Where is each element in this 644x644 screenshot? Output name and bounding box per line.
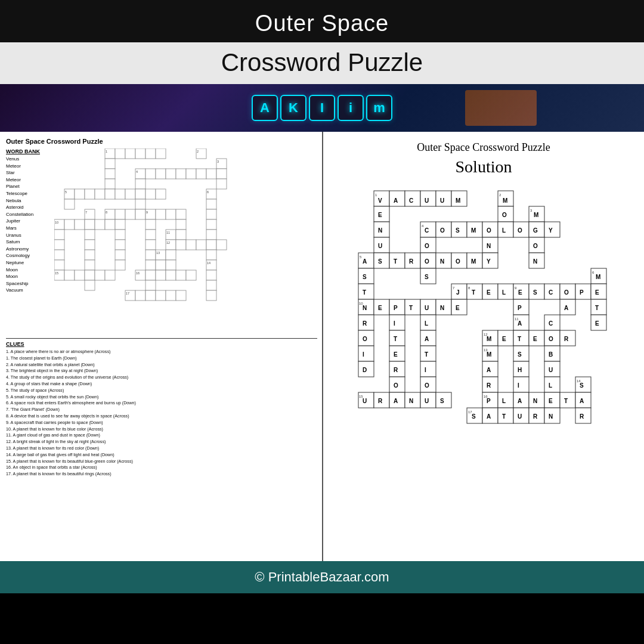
word-19: Spaceship — [6, 280, 51, 287]
svg-text:O: O — [502, 212, 507, 218]
svg-rect-302 — [420, 361, 436, 377]
svg-text:15: 15 — [55, 271, 58, 275]
solution-grid-svg: .sc { } .sl { font-size: 10px; font-fami… — [352, 185, 615, 477]
svg-text:M: M — [487, 336, 491, 342]
svg-text:11: 11 — [166, 231, 170, 234]
svg-rect-75 — [85, 240, 95, 250]
clue-1d: 1. The closest planet to Earth (Down) — [6, 355, 317, 362]
svg-text:O: O — [363, 336, 367, 342]
svg-text:O: O — [533, 243, 538, 249]
svg-rect-104 — [75, 270, 85, 280]
svg-text:O: O — [425, 243, 429, 249]
svg-rect-62 — [115, 219, 125, 230]
subtitle-text: Crossword Puzzle — [221, 48, 423, 76]
svg-text:T: T — [425, 351, 428, 358]
svg-text:R: R — [533, 413, 538, 420]
svg-text:M: M — [456, 197, 460, 204]
svg-rect-72 — [176, 230, 186, 240]
svg-text:I: I — [394, 320, 395, 327]
svg-text:A: A — [487, 367, 491, 373]
svg-text:A: A — [564, 305, 568, 311]
svg-text:E: E — [502, 336, 506, 342]
svg-rect-77 — [145, 240, 156, 250]
svg-text:T: T — [518, 336, 521, 342]
key-i2: i — [338, 95, 364, 121]
svg-text:S: S — [518, 351, 522, 358]
svg-text:O: O — [487, 227, 491, 234]
svg-text:A: A — [518, 320, 522, 327]
svg-rect-122 — [145, 290, 156, 301]
svg-rect-82 — [196, 240, 206, 250]
clue-9: 9. A spacecraft that carries people to s… — [6, 420, 317, 426]
clue-5d: 5. A small rocky object that orbits the … — [6, 394, 317, 401]
svg-text:13: 13 — [156, 251, 160, 255]
svg-rect-17 — [166, 169, 176, 179]
word-17: Moon — [6, 267, 51, 274]
svg-rect-58 — [75, 219, 85, 230]
svg-rect-117 — [145, 280, 156, 290]
word-bank-column: WORD BANK Venus Meteor Star Meteor Plane… — [6, 148, 51, 333]
word-6: Telescope — [6, 190, 51, 197]
svg-rect-51 — [156, 209, 166, 219]
clue-14: 14. A large ball of gas that gives off l… — [6, 452, 317, 459]
svg-rect-316 — [513, 377, 529, 392]
svg-text:N: N — [409, 398, 413, 404]
key-i: I — [309, 95, 335, 121]
word-13: Saturn — [6, 239, 51, 246]
svg-text:A: A — [425, 336, 429, 342]
svg-text:U: U — [425, 197, 429, 204]
svg-text:A: A — [363, 258, 367, 265]
word-12: Uranus — [6, 232, 51, 239]
svg-text:T: T — [564, 398, 568, 404]
svg-text:E: E — [394, 351, 398, 358]
svg-rect-94 — [85, 260, 95, 270]
svg-text:A: A — [487, 413, 491, 420]
clue-7: 7. 'The Giant Planet' (Down) — [6, 407, 317, 413]
svg-text:M: M — [503, 197, 507, 204]
svg-text:Y: Y — [487, 258, 491, 265]
svg-text:R: R — [487, 382, 491, 389]
svg-text:O: O — [425, 382, 429, 389]
svg-text:O: O — [456, 258, 460, 265]
svg-rect-81 — [186, 240, 196, 250]
svg-rect-76 — [115, 240, 125, 250]
svg-rect-25 — [216, 179, 227, 189]
svg-text:O: O — [440, 227, 445, 234]
svg-text:U: U — [518, 413, 522, 420]
svg-rect-126 — [206, 290, 216, 301]
svg-rect-93 — [54, 260, 64, 270]
svg-rect-19 — [186, 169, 196, 179]
svg-text:P: P — [394, 305, 398, 311]
svg-rect-111 — [156, 270, 166, 280]
solution-sheet: Outer Space Crossword Puzzle Solution .s… — [323, 132, 644, 561]
crossword-svg: 1 2 3 — [54, 148, 239, 333]
key-a: A — [252, 95, 278, 121]
svg-text:L: L — [502, 289, 506, 296]
svg-text:E: E — [456, 305, 460, 311]
svg-rect-105 — [85, 270, 95, 280]
svg-rect-125 — [176, 290, 186, 301]
keyboard-decoration: A K I i m — [252, 95, 392, 121]
svg-text:E: E — [533, 336, 537, 342]
svg-rect-3 — [125, 148, 135, 159]
svg-text:S: S — [456, 227, 460, 234]
svg-rect-113 — [176, 270, 186, 280]
svg-text:I: I — [518, 382, 519, 389]
svg-rect-255 — [389, 315, 405, 330]
clues-label: CLUES — [6, 341, 317, 347]
clue-8: 8. A device that is used to see far away… — [6, 413, 317, 420]
svg-text:P: P — [518, 305, 522, 311]
svg-text:T: T — [409, 305, 413, 311]
svg-rect-92 — [206, 250, 216, 260]
main-content: Outer Space Crossword Puzzle WORD BANK V… — [0, 132, 644, 561]
svg-text:U: U — [378, 243, 382, 249]
hero-area: A K I i m — [0, 84, 644, 132]
svg-text:E: E — [518, 289, 522, 296]
svg-text:17: 17 — [126, 292, 129, 295]
svg-rect-54 — [206, 209, 216, 219]
svg-rect-29 — [85, 189, 95, 199]
svg-text:A: A — [518, 398, 522, 404]
svg-text:V: V — [378, 197, 382, 204]
svg-text:N: N — [440, 305, 444, 311]
svg-text:5: 5 — [65, 190, 67, 194]
